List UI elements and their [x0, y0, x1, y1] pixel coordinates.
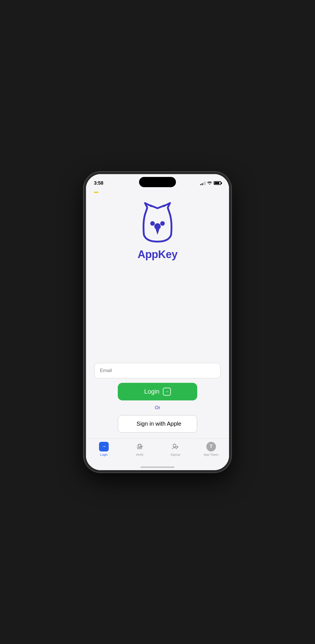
signal-icon	[200, 181, 205, 185]
svg-point-6	[173, 444, 176, 447]
app-logo	[135, 200, 180, 245]
or-label: Or	[155, 405, 160, 411]
signup-tab-icon	[171, 443, 179, 451]
tab-label-app-token: App Token	[204, 453, 219, 456]
apple-signin-label: Sign in with Apple	[136, 421, 181, 427]
main-content: AppKey Login → Or Sign in with Apple	[86, 188, 229, 438]
tab-label-signup: Signup	[171, 453, 180, 456]
phone-screen: 3:58	[86, 174, 229, 470]
tab-item-login[interactable]: → Login	[86, 442, 122, 456]
tab-icon-container-verify	[135, 442, 145, 452]
form-section: Login → Or Sign in with Apple	[94, 363, 220, 433]
tab-icon-container-app-token: T	[206, 442, 216, 452]
tab-bar: → Login Verify	[86, 438, 229, 465]
apple-signin-button[interactable]: Sign in with Apple	[118, 415, 197, 433]
login-button-label: Login	[144, 388, 159, 395]
svg-point-0	[150, 221, 155, 226]
tab-icon-container-signup	[170, 442, 180, 452]
dynamic-island	[139, 177, 176, 187]
svg-point-1	[160, 221, 165, 226]
phone-frame: 3:58	[84, 172, 231, 472]
status-icons	[200, 181, 221, 185]
tab-item-signup[interactable]: Signup	[158, 442, 193, 456]
login-button[interactable]: Login →	[118, 383, 197, 400]
app-token-tab-icon: T	[206, 442, 216, 451]
home-indicator	[140, 466, 175, 468]
wifi-icon	[207, 181, 212, 185]
battery-icon	[214, 181, 221, 185]
svg-point-2	[154, 223, 161, 229]
tab-item-app-token[interactable]: T App Token	[193, 442, 229, 456]
login-tab-icon: →	[99, 442, 109, 451]
app-name: AppKey	[138, 248, 178, 261]
email-input[interactable]	[94, 363, 220, 378]
verify-tab-icon	[136, 443, 144, 451]
tab-label-verify: Verify	[136, 453, 144, 456]
login-arrow-icon: →	[163, 388, 171, 396]
tab-icon-container-login: →	[99, 442, 109, 452]
logo-section: AppKey	[135, 200, 180, 261]
status-time: 3:58	[94, 180, 103, 186]
tab-item-verify[interactable]: Verify	[122, 442, 158, 456]
tab-label-login: Login	[100, 453, 108, 456]
yellow-indicator	[94, 192, 98, 193]
